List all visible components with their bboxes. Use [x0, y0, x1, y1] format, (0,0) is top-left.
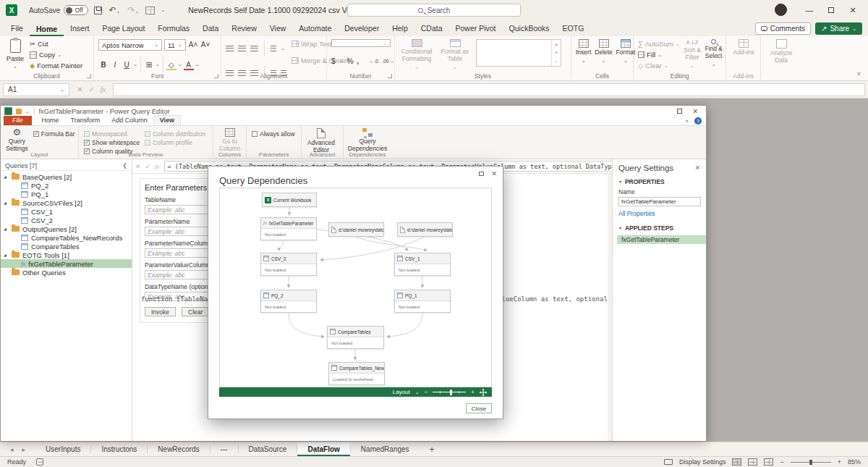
font-name-combo[interactable]: Aptos Narrow⌄: [98, 39, 162, 51]
checkbox-always-allow[interactable]: Always allow: [252, 130, 295, 138]
ribbon-tab-automate[interactable]: Automate: [292, 22, 338, 36]
query-item-pq-1[interactable]: PQ_1: [1, 190, 132, 198]
checkbox-formula-bar[interactable]: Formula Bar: [33, 130, 75, 138]
autosave-switch[interactable]: Off: [64, 5, 88, 15]
expand-arrow-icon[interactable]: ◢: [4, 201, 9, 205]
comma-style-icon[interactable]: ,: [357, 57, 359, 65]
dependency-node-csv-1[interactable]: CSV_1Not loaded: [394, 253, 451, 276]
ribbon-tab-home[interactable]: Home: [30, 22, 64, 37]
clear-button[interactable]: ◇Clear⌄: [638, 61, 680, 70]
font-color-button[interactable]: A: [184, 59, 194, 70]
sheet-tab-userinputs[interactable]: UserInputs: [35, 442, 90, 456]
dependency-node-d-daniel-mowrey-data-0[interactable]: d:\daniel mowrey\data\0...: [397, 222, 453, 237]
all-properties-link[interactable]: All Properties: [613, 209, 706, 223]
pq-qat-dropdown-icon[interactable]: ⌄: [25, 109, 30, 114]
query-dependencies-button[interactable]: Query Dependencies: [349, 128, 386, 153]
align-middle-icon[interactable]: [238, 46, 246, 52]
pq-tab-file[interactable]: File: [4, 116, 32, 125]
currency-icon[interactable]: $: [331, 57, 336, 65]
cancel-entry-icon[interactable]: ✕: [77, 85, 82, 93]
copy-button[interactable]: Copy⌄: [30, 50, 82, 59]
zoom-in-icon[interactable]: +: [471, 389, 475, 395]
query-item-fxgettableparameter[interactable]: fxfxGetTableParameter: [1, 259, 132, 268]
dependency-node-comparetables-newrecords[interactable]: CompareTables_NewRecordsLoaded to worksh…: [328, 362, 385, 385]
zoom-slider-knob[interactable]: [450, 390, 452, 395]
fill-color-button[interactable]: ◇: [166, 59, 176, 70]
search-box[interactable]: Search: [347, 4, 521, 17]
insert-cells-button[interactable]: Insert⌄: [576, 39, 591, 70]
orientation-icon[interactable]: [271, 46, 276, 52]
collapse-queries-pane-icon[interactable]: ❮: [122, 162, 127, 169]
conditional-formatting-button[interactable]: Conditional Formatting ⌄: [399, 39, 434, 70]
format-as-table-button[interactable]: Format as Table ⌄: [438, 39, 472, 70]
accessibility-icon[interactable]: [36, 458, 43, 466]
expand-arrow-icon[interactable]: ◢: [4, 253, 9, 257]
next-sheet-icon[interactable]: ▸: [22, 446, 26, 453]
increase-decimal-icon[interactable]: ←.0: [369, 59, 378, 64]
applied-step-fxgettableparameter[interactable]: fxGetTableParameter: [617, 235, 706, 244]
close-button[interactable]: ✕: [842, 0, 864, 20]
collapse-ribbon-icon[interactable]: ˅: [857, 70, 861, 77]
query-item-csv-1[interactable]: CSV_1: [1, 207, 132, 216]
dialog-zoom-slider[interactable]: [433, 392, 466, 392]
number-dialog-launcher[interactable]: [388, 74, 392, 78]
dependency-node-current-workbook[interactable]: XCurrent Workbook: [262, 193, 317, 207]
shrink-font-button[interactable]: A˅: [200, 39, 210, 50]
borders-dropdown-icon[interactable]: ⌄: [156, 62, 160, 67]
percent-icon[interactable]: %: [346, 57, 353, 65]
expand-arrow-icon[interactable]: ◢: [4, 174, 9, 179]
align-bottom-icon[interactable]: [250, 46, 258, 52]
ribbon-tab-formulas[interactable]: Formulas: [151, 22, 196, 36]
paste-button[interactable]: Paste ⌄: [4, 39, 26, 70]
dependency-node-pq-1[interactable]: PQ_1Not loaded: [394, 290, 451, 313]
name-box[interactable]: A1 ⌄: [3, 83, 69, 96]
align-top-icon[interactable]: [226, 46, 234, 52]
underline-button[interactable]: U: [122, 59, 132, 70]
query-item-comparetables-newrecords[interactable]: CompareTables_NewRecords: [1, 233, 132, 242]
pq-tab-add-column[interactable]: Add Column: [106, 116, 153, 125]
delete-cells-button[interactable]: Delete⌄: [595, 39, 613, 70]
checkbox-column-distribution[interactable]: Column distribution: [145, 130, 205, 138]
decrease-decimal-icon[interactable]: .00→: [382, 59, 394, 64]
expand-arrow-icon[interactable]: ◢: [4, 227, 9, 231]
query-item-eotg-tools-1[interactable]: ◢EOTG Tools [1]: [1, 251, 132, 259]
format-cells-button[interactable]: Format⌄: [616, 39, 635, 70]
zoom-slider[interactable]: [791, 462, 831, 463]
share-button[interactable]: ↗ Share ⌄: [815, 22, 862, 35]
query-item-outputqueries-2[interactable]: ◢OutputQueries [2]: [1, 224, 132, 233]
restore-button[interactable]: [820, 0, 842, 20]
pq-restore-button[interactable]: [677, 109, 682, 114]
dialog-close-icon[interactable]: ✕: [491, 170, 497, 177]
pq-help-icon[interactable]: ?: [694, 117, 702, 125]
prev-sheet-icon[interactable]: ◂: [10, 446, 14, 453]
font-size-combo[interactable]: 11⌄: [164, 39, 186, 51]
sheet-tab-instructons[interactable]: Instructons: [91, 442, 147, 456]
advanced-editor-button[interactable]: Advanced Editor: [307, 128, 336, 154]
applied-steps-section-header[interactable]: ▼ APPLIED STEPS: [613, 223, 706, 233]
dependency-diagram-canvas[interactable]: XCurrent WorkbookfxfxGetTableParameterNo…: [219, 188, 492, 387]
ribbon-tab-review[interactable]: Review: [225, 22, 263, 36]
zoom-knob[interactable]: [809, 460, 812, 465]
normal-view-icon[interactable]: [732, 458, 741, 466]
find-select-button[interactable]: Find & Select⌄: [705, 39, 723, 70]
ribbon-tab-help[interactable]: Help: [386, 22, 414, 36]
dependency-node-d-daniel-mowrey-data-0[interactable]: d:\daniel mowrey\data\0...: [328, 222, 384, 237]
query-item-pq-2[interactable]: PQ_2: [1, 181, 132, 190]
pq-quick-access-icon[interactable]: [16, 109, 22, 114]
dependency-node-csv-2[interactable]: CSV_2Not loaded: [260, 253, 317, 276]
query-settings-close-icon[interactable]: ✕: [694, 164, 700, 172]
underline-dropdown-icon[interactable]: ⌄: [133, 62, 137, 67]
fill-color-dropdown-icon[interactable]: ⌄: [178, 62, 182, 67]
sheet-tab-datasource[interactable]: DataSource: [239, 442, 297, 456]
sort-filter-button[interactable]: A⇂Z Sort & Filter⌄: [684, 39, 702, 70]
checkbox-monospaced[interactable]: Monospaced: [84, 130, 140, 138]
go-to-column-button[interactable]: Go to Column: [218, 128, 241, 153]
autosave-toggle[interactable]: AutoSave Off: [29, 5, 88, 15]
query-item-other-queries[interactable]: Other Queries: [1, 268, 132, 277]
sheet-tab-blank[interactable]: ---: [210, 442, 238, 456]
formula-input[interactable]: [113, 83, 865, 96]
ribbon-tab-file[interactable]: File: [4, 22, 30, 36]
confirm-entry-icon[interactable]: ✓: [88, 85, 94, 93]
add-sheet-button[interactable]: +: [420, 442, 445, 456]
dependency-node-fxgettableparameter[interactable]: fxfxGetTableParameterNot loaded: [260, 217, 317, 240]
